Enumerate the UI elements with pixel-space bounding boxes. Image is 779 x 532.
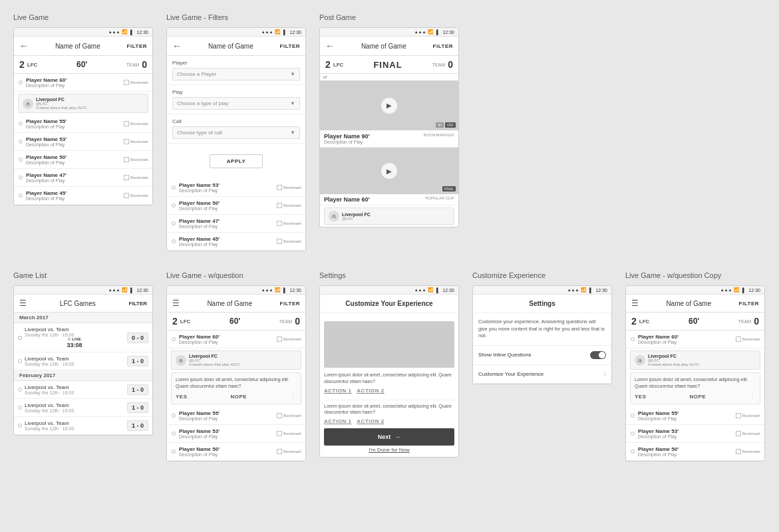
bookmark-1-5[interactable]: Bookmark xyxy=(124,175,148,180)
lq-bookmark-3[interactable]: Bookmark xyxy=(277,431,301,436)
filter-button-1[interactable]: FILTER xyxy=(127,43,147,49)
time-lq: 12:30 xyxy=(289,288,301,293)
lqc-bookmark-1[interactable]: Bookmark xyxy=(736,336,760,342)
bookmark-1-3[interactable]: Bookmark xyxy=(124,139,148,144)
filter-btn-gl[interactable]: FILTER xyxy=(129,301,147,307)
game-info-4: Liverpool vs. Team Sunday the 12th · 16:… xyxy=(25,402,124,413)
play-icon-2[interactable]: ▶ xyxy=(381,163,397,179)
game-item-5[interactable]: Liverpool vs. Team Sunday the 12th · 16:… xyxy=(14,417,152,435)
lqc-bookmark-2[interactable]: Bookmark xyxy=(736,413,760,418)
lq-bookmark-4[interactable]: Bookmark xyxy=(277,449,301,454)
game-item-4[interactable]: Liverpool vs. Team Sunday the 12th · 16:… xyxy=(14,399,152,417)
play-icon-1[interactable]: ▶ xyxy=(381,98,397,114)
checkbox-1-3[interactable] xyxy=(124,139,129,144)
left-score-group-3: 2 LFC xyxy=(325,59,343,70)
no-button-lqc[interactable]: NOPE xyxy=(689,394,706,400)
game-item-3[interactable]: Liverpool vs. Team Sunday the 12th · 16:… xyxy=(14,381,152,399)
back-button-2[interactable]: ← xyxy=(172,41,182,51)
filter-play-1: Player Name 53' Description of Play Book… xyxy=(167,179,305,197)
game-name-3: Liverpool vs. Team xyxy=(25,384,124,390)
lfc-games-title: LFC Games xyxy=(60,300,96,307)
wifi-icon-s: 📶 xyxy=(428,287,434,293)
status-icons-gl: ▲▲▲ 📶 ▐ xyxy=(108,287,132,293)
no-button-lq[interactable]: NOPE xyxy=(230,394,247,400)
left-score-lqc: 2 xyxy=(631,316,637,327)
filter-button-lqc[interactable]: FILTER xyxy=(739,301,759,307)
customize-experience-item[interactable]: Customize Your Experience › xyxy=(473,365,611,384)
inline-toggle[interactable] xyxy=(590,351,606,359)
status-bar-ce: ▲▲▲ 📶 ▐ 12:30 xyxy=(473,286,611,295)
action-2-1[interactable]: ACTION 1 xyxy=(324,418,351,424)
dot-line-1-1 xyxy=(18,80,23,84)
lq-desc-4: Description of Play xyxy=(179,452,274,457)
featured-play-name-1: Player Name 90' xyxy=(324,133,370,140)
f-bookmark-1[interactable]: Bookmark xyxy=(277,185,301,190)
yes-button-lqc[interactable]: YES xyxy=(635,394,647,400)
action-row-2: ACTION 1 ACTION 2 xyxy=(324,418,454,424)
lqc-bookmark-4[interactable]: Bookmark xyxy=(736,449,760,454)
lqc-bookmark-3[interactable]: Bookmark xyxy=(736,431,760,436)
right-score-lq: 0 xyxy=(295,316,300,327)
action-1-1[interactable]: ACTION 1 xyxy=(324,388,351,394)
filter-button-2[interactable]: FILTER xyxy=(280,43,300,49)
checkbox-1-1[interactable] xyxy=(124,80,129,85)
lq-bookmark-1[interactable]: Bookmark xyxy=(277,336,301,342)
f-desc-4: Description of Play xyxy=(179,242,274,247)
video-player-2[interactable]: ▶ FINAL xyxy=(320,148,458,194)
done-link[interactable]: I'm Done for Now xyxy=(324,447,454,453)
video-player-1[interactable]: ▶ 90 OFF xyxy=(320,80,458,130)
f-bookmark-4[interactable]: Bookmark xyxy=(277,239,301,244)
checkbox-1-5[interactable] xyxy=(124,175,129,180)
wifi-icon: 📶 xyxy=(122,29,128,35)
play-item-1-2: Player Name 55' Description of Play Book… xyxy=(14,115,152,133)
lq-name-2: Player Name 55' xyxy=(179,410,274,416)
f-bookmark-2[interactable]: Bookmark xyxy=(277,203,301,208)
status-bar-s: ▲▲▲ 📶 ▐ 12:30 xyxy=(320,286,458,295)
bookmark-1-2[interactable]: Bookmark xyxy=(124,121,148,126)
arrow-right-icon: → xyxy=(394,434,400,440)
bookmark-1-4[interactable]: Bookmark xyxy=(124,157,148,162)
hamburger-lq[interactable]: ☰ xyxy=(172,299,180,308)
game-title-3: Name of Game xyxy=(361,43,406,50)
lqc-desc-2: Description of Play xyxy=(638,416,733,421)
screen-settings: Settings ▲▲▲ 📶 ▐ 12:30 Customize Your Ex… xyxy=(319,271,459,458)
signal-icon-lqc: ▲▲▲ xyxy=(720,288,732,292)
show-inline-item: Show Inline Questions xyxy=(473,346,611,365)
f-dot-2 xyxy=(171,203,176,207)
action-1-2[interactable]: ACTION 2 xyxy=(357,388,384,394)
divider-1 xyxy=(324,396,454,400)
bookmark-1-1[interactable]: Bookmark xyxy=(124,80,148,85)
filter-button-lq[interactable]: FILTER xyxy=(280,301,300,307)
more-options-lqc[interactable]: ⋮ xyxy=(749,393,756,400)
filter-button-3[interactable]: FILTER xyxy=(433,43,453,49)
next-button[interactable]: Next → xyxy=(324,428,454,446)
game-item-2[interactable]: Liverpool vs. Team Sunday the 12th · 16:… xyxy=(14,352,152,370)
lq-bookmark-2[interactable]: Bookmark xyxy=(277,413,301,418)
signal-icon-2: ▲▲▲ xyxy=(261,30,273,34)
status-bar-gl: ▲▲▲ 📶 ▐ 12:30 xyxy=(14,286,152,295)
game-item-1[interactable]: Liverpool vs. Team Sunday the 12th · 16:… xyxy=(14,323,152,352)
lqc-name-1: Player Name 60' xyxy=(638,334,733,340)
club-logo-lq: ⚽ xyxy=(176,355,186,366)
yes-button-lq[interactable]: YES xyxy=(176,394,188,400)
f-bookmark-3[interactable]: Bookmark xyxy=(277,221,301,226)
checkbox-1-6[interactable] xyxy=(124,193,129,198)
settings-phone: ▲▲▲ 📶 ▐ 12:30 Customize Your Experience … xyxy=(319,285,459,458)
checkbox-1-4[interactable] xyxy=(124,157,129,162)
hamburger-lqc[interactable]: ☰ xyxy=(631,299,639,308)
bookmark-1-6[interactable]: Bookmark xyxy=(124,193,148,198)
wifi-icon-ce: 📶 xyxy=(581,287,587,293)
back-button-3[interactable]: ← xyxy=(325,41,335,51)
more-options-lq[interactable]: ⋮ xyxy=(290,393,297,400)
filter-call-select[interactable]: Choose type of call ▼ xyxy=(172,126,300,139)
f-name-4: Player Name 45' xyxy=(179,236,274,242)
filter-player-select[interactable]: Choose a Player ▼ xyxy=(172,68,300,80)
hamburger-menu[interactable]: ☰ xyxy=(19,299,27,308)
club-item-1: ⚽ Liverpool FC @LFC A tweet about that p… xyxy=(18,94,148,113)
checkbox-1-2[interactable] xyxy=(124,121,129,126)
apply-button[interactable]: APPLY xyxy=(210,154,263,168)
action-2-2[interactable]: ACTION 2 xyxy=(357,418,384,424)
dot-line-1-4 xyxy=(18,158,23,162)
back-button-1[interactable]: ← xyxy=(19,41,29,51)
filter-play-select[interactable]: Choose a type of play ▼ xyxy=(172,97,300,110)
